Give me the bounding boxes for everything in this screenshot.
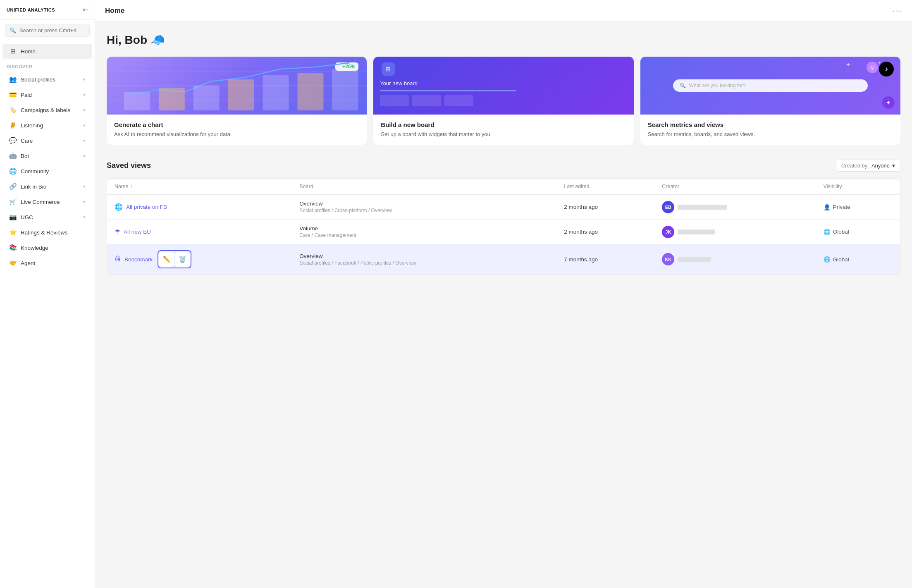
- generate-chart-card[interactable]: ↑+26%: [107, 57, 367, 145]
- fb-icon: 🌐: [115, 203, 123, 211]
- svg-rect-3: [124, 92, 150, 110]
- sparkle-badge: ✦: [882, 96, 895, 109]
- delete-button[interactable]: 🗑️: [175, 252, 190, 267]
- chevron-down-icon: ▾: [83, 184, 86, 189]
- link-in-bio-icon: 🔗: [9, 183, 17, 190]
- table-row: ☂ All new EU Volume Care / Case manageme…: [107, 220, 900, 244]
- svg-rect-7: [263, 75, 289, 110]
- svg-rect-8: [298, 73, 324, 110]
- row-creator-cell: EB: [654, 195, 816, 220]
- search-mock-bar: 🔍 What are you looking for?: [673, 79, 868, 92]
- saved-views-title: Saved views: [107, 161, 151, 170]
- main-content: Home ··· Hi, Bob 🧢 ↑+26%: [95, 0, 912, 588]
- more-options-button[interactable]: ···: [893, 6, 902, 15]
- created-by-select[interactable]: Created by: Anyone ▾: [836, 160, 900, 172]
- column-header-board[interactable]: Board: [292, 179, 556, 195]
- sidebar: UNIFIED ANALYTICS ⇤ 🔍 ⊞ Home DISCOVER 👥 …: [0, 0, 95, 588]
- build-board-preview: ⊞ Your new board: [373, 57, 633, 115]
- generate-chart-title: Generate a chart: [114, 121, 359, 128]
- column-header-creator[interactable]: Creator: [654, 179, 816, 195]
- saved-views-header: Saved views Created by: Anyone ▾: [107, 160, 900, 172]
- avatar: EB: [662, 201, 674, 213]
- row-name-cell: 🏛 Benchmark ✏️ 🗑️: [107, 244, 292, 275]
- view-link[interactable]: 🏛 Benchmark: [115, 256, 153, 263]
- svg-rect-4: [159, 88, 185, 110]
- row-board-cell: Overview Social profiles / Facebook / Pu…: [292, 244, 556, 275]
- row-name-cell: 🌐 All private on FB: [107, 195, 292, 220]
- saved-views-table: Name ↑ Board Last edited Creator Visibil…: [107, 179, 900, 274]
- ai-badge-icon: ◎: [867, 62, 878, 73]
- sidebar-item-listening[interactable]: 👂 Listening ▾: [2, 118, 92, 133]
- benchmark-icon: 🏛: [115, 256, 121, 263]
- search-input[interactable]: [19, 27, 85, 33]
- sidebar-item-listening-label: Listening: [21, 122, 43, 129]
- sidebar-item-care-label: Care: [21, 138, 33, 144]
- row-last-edited-cell: 2 months ago: [556, 195, 654, 220]
- saved-views-table-container: Name ↑ Board Last edited Creator Visibil…: [107, 178, 900, 275]
- created-by-label: Created by:: [841, 163, 869, 169]
- svg-rect-5: [193, 86, 220, 110]
- sidebar-item-ratings[interactable]: ⭐ Ratings & Reviews: [2, 225, 92, 240]
- sidebar-item-social-profiles[interactable]: 👥 Social profiles ▾: [2, 72, 92, 87]
- sidebar-item-care[interactable]: 💬 Care ▾: [2, 133, 92, 148]
- view-link[interactable]: ☂ All new EU: [115, 228, 284, 236]
- sidebar-item-live-commerce[interactable]: 🛒 Live Commerce ▾: [2, 194, 92, 209]
- row-board-cell: Volume Care / Case management: [292, 220, 556, 244]
- row-last-edited-cell: 7 months ago: [556, 244, 654, 275]
- generate-chart-preview: ↑+26%: [107, 57, 367, 115]
- build-board-card[interactable]: ⊞ Your new board Build a: [373, 57, 633, 145]
- search-metrics-desc: Search for metrics, boards, and saved vi…: [648, 131, 893, 138]
- row-board-cell: Overview Social profiles / Cross-platfor…: [292, 195, 556, 220]
- sidebar-item-agent[interactable]: 🤝 Agent: [2, 256, 92, 270]
- avatar: JK: [662, 226, 674, 238]
- chevron-down-icon: ▾: [83, 199, 86, 205]
- sidebar-item-community[interactable]: 🌐 Community: [2, 164, 92, 179]
- sidebar-item-agent-label: Agent: [21, 260, 35, 266]
- row-visibility-cell: 👤 Private: [816, 195, 900, 220]
- sidebar-item-paid[interactable]: 💳 Paid ▾: [2, 87, 92, 102]
- collapse-sidebar-button[interactable]: ⇤: [83, 6, 88, 14]
- listening-icon: 👂: [9, 122, 17, 129]
- search-metrics-card[interactable]: 🔍 What are you looking for? ✦ ♪ ◎ ✦ ✦ Se…: [640, 57, 900, 145]
- sidebar-nav: ⊞ Home DISCOVER 👥 Social profiles ▾ 💳 Pa…: [0, 41, 95, 588]
- row-creator-cell: KK: [654, 244, 816, 275]
- build-board-desc: Set up a board with widgets that matter …: [381, 131, 626, 138]
- row-name-cell: ☂ All new EU: [107, 220, 292, 244]
- column-header-visibility[interactable]: Visibility: [816, 179, 900, 195]
- sidebar-item-home[interactable]: ⊞ Home: [2, 44, 92, 59]
- creator-name-blurred: [678, 257, 711, 262]
- search-metrics-title: Search metrics and views: [648, 121, 893, 128]
- sidebar-item-social-profiles-label: Social profiles: [21, 76, 55, 83]
- sidebar-item-ratings-label: Ratings & Reviews: [21, 229, 67, 236]
- search-bar[interactable]: 🔍: [5, 24, 90, 37]
- board-icon: ⊞: [382, 62, 395, 76]
- page-content: Hi, Bob 🧢 ↑+26%: [95, 22, 912, 588]
- sidebar-header: UNIFIED ANALYTICS ⇤: [0, 0, 95, 20]
- sidebar-item-link-in-bio-label: Link in Bio: [21, 184, 46, 190]
- search-icon: 🔍: [10, 27, 16, 33]
- topbar: Home ···: [95, 0, 912, 22]
- sidebar-item-knowledge[interactable]: 📚 Knowledge: [2, 240, 92, 255]
- sidebar-item-campaigns[interactable]: 🏷️ Campaigns & labels ▾: [2, 103, 92, 117]
- svg-rect-6: [228, 79, 254, 110]
- community-icon: 🌐: [9, 167, 17, 175]
- edit-button[interactable]: ✏️: [159, 252, 174, 267]
- created-by-value: Anyone: [871, 163, 890, 169]
- search-metrics-body: Search metrics and views Search for metr…: [640, 115, 900, 145]
- feature-cards-section: ↑+26%: [107, 57, 900, 145]
- chevron-down-icon: ▾: [83, 92, 86, 98]
- care-icon: 💬: [9, 137, 17, 144]
- agent-icon: 🤝: [9, 259, 17, 267]
- sidebar-item-bot[interactable]: 🤖 Bot ▾: [2, 148, 92, 163]
- sidebar-item-link-in-bio[interactable]: 🔗 Link in Bio ▾: [2, 179, 92, 194]
- column-header-name[interactable]: Name ↑: [107, 179, 292, 195]
- sidebar-item-campaigns-label: Campaigns & labels: [21, 107, 70, 113]
- chevron-down-icon: ▾: [83, 123, 86, 128]
- chevron-down-icon: ▾: [83, 153, 86, 159]
- sidebar-item-ugc[interactable]: 📷 UGC ▾: [2, 210, 92, 225]
- column-header-last-edited[interactable]: Last edited: [556, 179, 654, 195]
- table-row-highlighted: 🏛 Benchmark ✏️ 🗑️ Overview: [107, 244, 900, 275]
- sidebar-item-ugc-label: UGC: [21, 214, 33, 220]
- view-link[interactable]: 🌐 All private on FB: [115, 203, 284, 211]
- chevron-down-icon: ▾: [83, 138, 86, 143]
